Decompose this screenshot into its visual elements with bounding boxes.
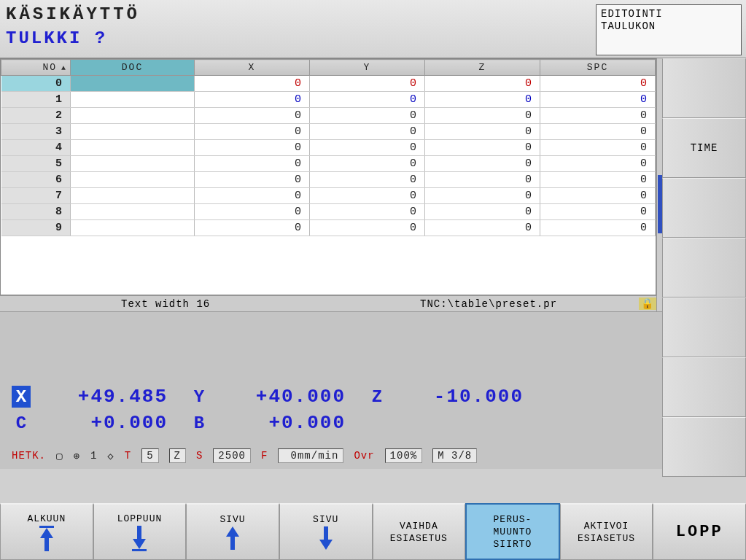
cell-doc [71,204,195,220]
table-status-bar: Text width 16 TNC:\table\preset.pr 🔒 [0,295,656,311]
cell-spc: 0 [540,108,656,124]
axis-x: X+49.485 [12,386,168,408]
message-panel [0,311,662,377]
cell-doc [71,92,195,108]
target-icon: ⊕ [73,450,79,462]
cell-doc [71,76,195,92]
softkey-page-down[interactable]: SIVU [279,503,373,560]
cell-no: 5 [1,156,71,172]
s-value: 2500 [213,448,251,463]
axis-c: C+0.000 [12,412,168,434]
table-row[interactable]: 50000 [1,156,656,172]
cell-doc [71,156,195,172]
table-row[interactable]: 30000 [1,124,656,140]
cell-spc: 0 [540,156,656,172]
cell-y: 0 [310,156,425,172]
z-char: Z [169,448,186,463]
sort-asc-icon: ▲ [61,64,67,72]
cell-doc [71,108,195,124]
softkey-bar: ALKUUN LOPPUUN SIVU SIVU VAIHDA ESIASETU… [0,503,746,560]
softkey-page-up[interactable]: SIVU [186,503,279,560]
cell-spc: 0 [540,76,656,92]
side-empty-6[interactable] [662,417,746,477]
cell-y: 0 [310,140,425,156]
side-empty-3[interactable] [662,238,746,298]
cell-z: 0 [425,76,540,92]
cell-no: 3 [1,124,71,140]
softkey-activate-preset[interactable]: AKTIVOI ESIASETUS [560,503,653,560]
cell-x: 0 [195,108,310,124]
col-x[interactable]: X [195,60,310,76]
cell-spc: 0 [540,92,656,108]
cell-z: 0 [425,92,540,108]
col-doc[interactable]: DOC [71,60,195,76]
cell-z: 0 [425,108,540,124]
softkey-end-lopp[interactable]: LOPP [653,503,746,560]
col-z[interactable]: Z [425,60,540,76]
cell-no: 4 [1,140,71,156]
cell-no: 9 [1,220,71,236]
side-empty-4[interactable] [662,298,746,357]
table-row[interactable]: 60000 [1,172,656,188]
col-no[interactable]: NO▲ [1,60,71,76]
vertical-scrollbar[interactable] [656,58,662,311]
cell-y: 0 [310,220,425,236]
softkey-basic-transform[interactable]: PERUS- MUUNTO SIIRTO [465,503,560,560]
table-empty-area [1,236,656,295]
datum-number: 1 [90,450,97,462]
table-row[interactable]: 80000 [1,204,656,220]
cell-y: 0 [310,124,425,140]
cell-x: 0 [195,156,310,172]
cell-z: 0 [425,204,540,220]
preset-table[interactable]: NO▲ DOC X Y Z SPC 0000010000200003000040… [0,58,656,295]
position-display: X+49.485Y+40.000Z-10.000C+0.000B+0.000 [0,377,662,443]
cell-z: 0 [425,140,540,156]
t-label: T [125,450,131,462]
softkey-change-preset[interactable]: VAIHDA ESIASETUS [373,503,466,560]
status-text-width: Text width 16 [117,298,420,310]
cell-spc: 0 [540,124,656,140]
cell-x: 0 [195,92,310,108]
side-empty-5[interactable] [662,357,746,417]
cell-y: 0 [310,172,425,188]
cell-doc [71,172,195,188]
status-file-path: TNC:\table\preset.pr [420,298,639,310]
table-row[interactable]: 90000 [1,220,656,236]
cell-spc: 0 [540,140,656,156]
axis-label: Y [190,386,209,408]
table-row[interactable]: 10000 [1,92,656,108]
table-row[interactable]: 40000 [1,140,656,156]
cell-spc: 0 [540,172,656,188]
cell-z: 0 [425,172,540,188]
table-row[interactable]: 00000 [1,76,656,92]
cell-x: 0 [195,188,310,204]
side-time-button[interactable]: TIME [662,118,746,178]
table-row[interactable]: 20000 [1,108,656,124]
input-prompt[interactable]: TULKKI ? [6,28,140,48]
cell-x: 0 [195,140,310,156]
col-y[interactable]: Y [310,60,425,76]
edit-line2: TAULUKON [601,20,737,33]
lock-icon: 🔒 [639,298,656,310]
cell-no: 8 [1,204,71,220]
side-empty-2[interactable] [662,178,746,238]
table-row[interactable]: 70000 [1,188,656,204]
cell-doc [71,140,195,156]
f-value: 0mm/min [278,448,343,463]
cell-x: 0 [195,124,310,140]
cell-x: 0 [195,204,310,220]
header-bar: KÄSIKÄYTTÖ TULKKI ? EDITOINTI TAULUKON [0,0,746,58]
axis-b: B+0.000 [190,412,346,434]
cell-x: 0 [195,76,310,92]
cell-y: 0 [310,204,425,220]
cell-doc [71,220,195,236]
side-empty-1[interactable] [662,58,746,118]
f-label: F [261,450,268,462]
axis-label: C [12,412,31,434]
info-bar: HETK. ▢ ⊕ 1 ◇ T 5 Z S 2500 F 0mm/min Ovr… [0,443,662,469]
softkey-end[interactable]: LOPPUUN [93,503,187,560]
col-spc[interactable]: SPC [540,60,656,76]
softkey-begin[interactable]: ALKUUN [0,503,93,560]
cell-x: 0 [195,172,310,188]
cell-z: 0 [425,156,540,172]
